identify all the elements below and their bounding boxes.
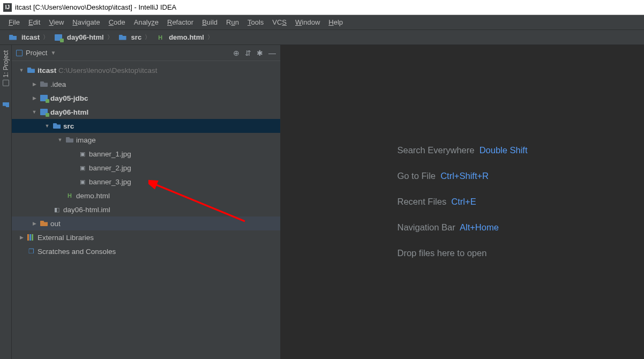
- menu-bar: File Edit View Navigate Code Analyze Ref…: [0, 15, 644, 30]
- menu-code[interactable]: Code: [104, 18, 130, 26]
- locate-icon[interactable]: ⊕: [233, 49, 239, 57]
- gutter-tab-structure[interactable]: [3, 102, 9, 107]
- intellij-icon: IJ: [3, 3, 12, 12]
- tree-node-banner2[interactable]: ▣banner_2.jpg: [12, 161, 280, 175]
- chevron-right-icon: 〉: [41, 33, 51, 41]
- collapse-icon[interactable]: ⇵: [245, 49, 251, 57]
- menu-analyze[interactable]: Analyze: [130, 18, 163, 26]
- expand-toggle[interactable]: ▶: [18, 235, 25, 240]
- hint-gotofile-shortcut: Ctrl+Shift+R: [440, 171, 489, 181]
- tree-node-scratches[interactable]: ❐Scratches and Consoles: [12, 244, 280, 258]
- expand-toggle[interactable]: ▶: [31, 221, 38, 226]
- crumb-module[interactable]: day06-html: [51, 33, 105, 42]
- hint-recent-shortcut: Ctrl+E: [451, 197, 476, 206]
- project-tool-window: Project ▼ ⊕ ⇵ ✱ — ▼itcast C:\Users\lenov…: [12, 45, 281, 359]
- breadcrumb-bar: itcast 〉 day06-html 〉 src 〉 Hdemo.html 〉: [0, 30, 644, 45]
- tree-node-root[interactable]: ▼itcast C:\Users\lenovo\Desktop\itcast: [12, 63, 280, 77]
- window-title: itcast [C:\Users\lenovo\Desktop\itcast] …: [15, 3, 176, 11]
- menu-help[interactable]: Help: [324, 18, 347, 26]
- window-icon: [3, 80, 9, 86]
- menu-run[interactable]: Run: [222, 18, 243, 26]
- tree-node-external-libraries[interactable]: ▶External Libraries: [12, 230, 280, 244]
- tree-node-demo[interactable]: Hdemo.html: [12, 189, 280, 203]
- module-icon: [55, 34, 62, 41]
- menu-vcs[interactable]: VCS: [268, 18, 291, 26]
- tree-node-idea[interactable]: ▶.idea: [12, 77, 280, 91]
- project-panel-title[interactable]: Project: [26, 49, 47, 57]
- hint-navbar-shortcut: Alt+Home: [460, 222, 499, 232]
- menu-view[interactable]: View: [44, 18, 68, 26]
- image-file-icon: ▣: [78, 163, 87, 172]
- scratch-icon: ❐: [27, 247, 35, 256]
- expand-toggle[interactable]: ▶: [31, 81, 38, 87]
- menu-navigate[interactable]: Navigate: [68, 18, 104, 26]
- tree-node-src[interactable]: ▼src: [12, 119, 280, 133]
- hint-recent-label: Recent Files: [397, 197, 446, 206]
- menu-build[interactable]: Build: [198, 18, 222, 26]
- chevron-right-icon: 〉: [205, 33, 215, 41]
- gutter-tab-project[interactable]: 1: Project: [2, 50, 10, 86]
- crumb-src[interactable]: src: [115, 33, 143, 42]
- chevron-right-icon: 〉: [143, 33, 153, 41]
- title-bar: IJ itcast [C:\Users\lenovo\Desktop\itcas…: [0, 0, 644, 15]
- folder-icon: [53, 123, 61, 129]
- expand-toggle[interactable]: ▶: [31, 95, 38, 101]
- project-tree[interactable]: ▼itcast C:\Users\lenovo\Desktop\itcast ▶…: [12, 61, 280, 359]
- expand-toggle[interactable]: ▼: [44, 123, 50, 129]
- editor-area[interactable]: Search Everywhere Double Shift Go to Fil…: [281, 45, 644, 359]
- menu-file[interactable]: File: [4, 18, 24, 26]
- gear-icon[interactable]: ✱: [257, 49, 263, 57]
- html-icon: H: [156, 33, 164, 42]
- image-file-icon: ▣: [78, 149, 87, 158]
- menu-refactor[interactable]: Refactor: [163, 18, 198, 26]
- menu-edit[interactable]: Edit: [24, 18, 44, 26]
- tree-node-out[interactable]: ▶out: [12, 216, 280, 230]
- module-icon: [40, 109, 48, 115]
- tree-node-day06[interactable]: ▼day06-html: [12, 105, 280, 119]
- hint-gotofile-label: Go to File: [397, 171, 436, 181]
- folder-icon: [40, 221, 48, 226]
- menu-window[interactable]: Window: [291, 18, 324, 26]
- tree-node-day05[interactable]: ▶day05-jdbc: [12, 91, 280, 105]
- project-view-icon: [16, 50, 23, 56]
- html-file-icon: H: [65, 191, 74, 200]
- expand-toggle[interactable]: ▼: [57, 137, 63, 143]
- module-icon: [40, 95, 48, 101]
- hint-search-shortcut: Double Shift: [480, 145, 528, 155]
- chevron-down-icon[interactable]: ▼: [50, 50, 56, 56]
- folder-icon: [66, 137, 73, 143]
- iml-file-icon: ◧: [53, 205, 61, 214]
- hint-drop-label: Drop files here to open: [397, 248, 486, 258]
- chevron-right-icon: 〉: [105, 33, 115, 41]
- tree-node-banner1[interactable]: ▣banner_1.jpg: [12, 147, 280, 161]
- folder-icon: [9, 35, 17, 40]
- tree-node-image[interactable]: ▼image: [12, 133, 280, 147]
- hint-search-label: Search Everywhere: [397, 145, 474, 155]
- editor-hints: Search Everywhere Double Shift Go to Fil…: [397, 138, 527, 266]
- folder-icon: [27, 68, 35, 73]
- crumb-file[interactable]: Hdemo.html: [153, 33, 205, 42]
- tree-node-iml[interactable]: ◧day06-html.iml: [12, 203, 280, 216]
- folder-icon: [119, 35, 126, 40]
- hide-icon[interactable]: —: [268, 49, 276, 57]
- folder-icon: [3, 102, 9, 107]
- left-gutter: 1: Project: [0, 45, 12, 359]
- menu-tools[interactable]: Tools: [243, 18, 268, 26]
- expand-toggle[interactable]: ▼: [18, 68, 25, 73]
- folder-icon: [40, 81, 48, 87]
- tree-node-banner3[interactable]: ▣banner_3.jpg: [12, 175, 280, 189]
- project-panel-header: Project ▼ ⊕ ⇵ ✱ —: [12, 45, 280, 61]
- library-icon: [27, 234, 35, 241]
- expand-toggle[interactable]: ▼: [31, 109, 38, 115]
- crumb-root[interactable]: itcast: [5, 33, 41, 42]
- hint-navbar-label: Navigation Bar: [397, 222, 455, 232]
- image-file-icon: ▣: [78, 177, 87, 186]
